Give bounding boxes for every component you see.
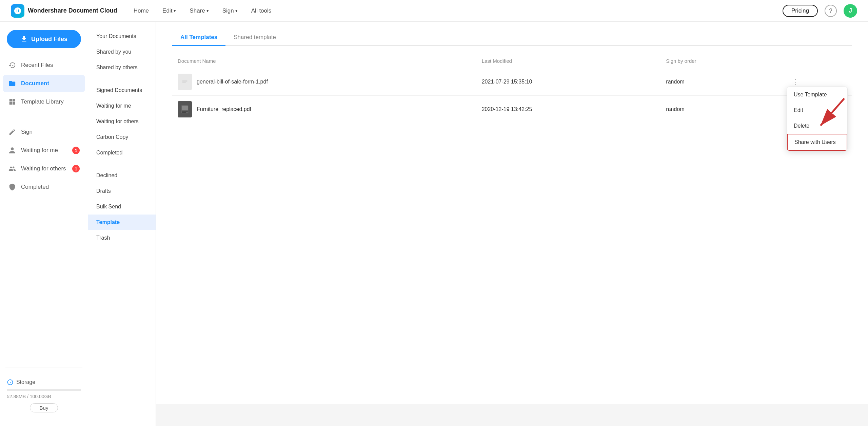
tab-all-templates[interactable]: All Templates	[172, 30, 225, 46]
second-nav-your-documents[interactable]: Your Documents	[88, 29, 156, 44]
logo-icon	[11, 4, 24, 18]
waiting-for-others-badge: 1	[72, 165, 80, 172]
second-nav-divider-1	[94, 79, 150, 79]
buy-button[interactable]: Buy	[30, 403, 58, 412]
sidebar-divider-2	[5, 368, 82, 368]
help-button[interactable]: ?	[825, 5, 837, 17]
shield-icon	[8, 183, 16, 191]
main-content: Template All Templates Shared template D…	[156, 0, 868, 404]
grid-icon	[8, 98, 16, 106]
more-button-1[interactable]: ⋮	[790, 77, 801, 87]
second-nav-bulk-send[interactable]: Bulk Send	[88, 199, 156, 215]
sidebar-item-template-library[interactable]: Template Library	[3, 93, 85, 111]
context-menu: Use Template Edit Delete Share with User…	[787, 87, 848, 151]
storage-bar	[7, 389, 81, 391]
second-sidebar: Your Documents Shared by you Shared by o…	[88, 22, 156, 426]
file-icon-1	[178, 74, 192, 90]
second-nav-trash[interactable]: Trash	[88, 230, 156, 246]
storage-label: Storage	[7, 379, 81, 386]
table-row: general-bill-of-sale-form-1.pdf 2021-07-…	[172, 68, 852, 96]
nav-share[interactable]: Share	[190, 7, 209, 14]
context-menu-use-template[interactable]: Use Template	[787, 87, 847, 103]
svg-rect-3	[182, 82, 186, 82]
sidebar-item-sign[interactable]: Sign	[3, 123, 85, 141]
person-icon	[8, 146, 16, 154]
svg-rect-5	[182, 106, 188, 111]
upload-button[interactable]: Upload Files	[7, 30, 81, 48]
second-nav-carbon-copy[interactable]: Carbon Copy	[88, 129, 156, 145]
nav-links: Home Edit Share Sign All tools	[134, 7, 766, 14]
logo-text: Wondershare Document Cloud	[28, 7, 117, 14]
sidebar-item-document[interactable]: Document	[3, 75, 85, 92]
col-last-modified: Last Modified	[476, 54, 661, 68]
second-nav-declined[interactable]: Declined	[88, 168, 156, 183]
pen-icon	[8, 128, 16, 136]
sidebar-item-waiting-for-me[interactable]: Waiting for me 1	[3, 142, 85, 159]
second-nav-completed[interactable]: Completed	[88, 145, 156, 161]
svg-rect-7	[182, 112, 186, 113]
storage-text: 52.88MB / 100.00GB	[7, 394, 81, 399]
sidebar-item-recent-files[interactable]: Recent Files	[3, 56, 85, 74]
folder-icon	[8, 79, 16, 88]
file-cell-1: general-bill-of-sale-form-1.pdf	[178, 74, 471, 90]
second-nav-shared-by-you[interactable]: Shared by you	[88, 44, 156, 60]
nav-edit[interactable]: Edit	[162, 7, 176, 14]
top-navigation: Wondershare Document Cloud Home Edit Sha…	[0, 0, 868, 22]
document-table: Document Name Last Modified Sign by orde…	[172, 54, 852, 123]
file-cell-2: Furniture_replaced.pdf	[178, 101, 471, 117]
second-nav-template[interactable]: Template	[88, 215, 156, 230]
nav-right: Pricing ? J	[783, 4, 857, 18]
file-name-2: Furniture_replaced.pdf	[197, 106, 251, 112]
upload-icon	[20, 35, 28, 43]
storage-icon	[7, 379, 14, 386]
file-icon-2	[178, 101, 192, 117]
file-sign-order-1: random	[660, 68, 784, 96]
nav-sign[interactable]: Sign	[222, 7, 238, 14]
file-modified-1: 2021-07-29 15:35:10	[476, 68, 661, 96]
waiting-for-me-badge: 1	[72, 147, 80, 154]
table-row: Furniture_replaced.pdf 2020-12-19 13:42:…	[172, 96, 852, 123]
second-nav-drafts[interactable]: Drafts	[88, 183, 156, 199]
nav-all-tools[interactable]: All tools	[251, 7, 272, 14]
sidebar-divider-1	[8, 117, 80, 117]
svg-rect-2	[182, 81, 188, 81]
clock-icon	[8, 61, 16, 69]
svg-rect-1	[182, 80, 188, 80]
sidebar-item-completed[interactable]: Completed	[3, 178, 85, 196]
context-menu-edit[interactable]: Edit	[787, 103, 847, 118]
left-sidebar: Upload Files Recent Files Document Templ…	[0, 22, 88, 426]
second-nav-signed-documents[interactable]: Signed Documents	[88, 82, 156, 98]
sidebar-nav: Recent Files Document Template Library S…	[0, 56, 88, 196]
tab-bar: All Templates Shared template	[172, 30, 852, 46]
avatar[interactable]: J	[844, 4, 857, 18]
people-icon	[8, 165, 16, 173]
col-sign-by-order: Sign by order	[660, 54, 784, 68]
second-nav-divider-2	[94, 164, 150, 164]
nav-home[interactable]: Home	[134, 7, 149, 14]
context-menu-delete[interactable]: Delete	[787, 118, 847, 134]
tab-shared-template[interactable]: Shared template	[225, 30, 284, 46]
storage-section: Storage 52.88MB / 100.00GB Buy	[0, 373, 88, 418]
sidebar-item-waiting-for-others[interactable]: Waiting for others 1	[3, 160, 85, 178]
file-name-1: general-bill-of-sale-form-1.pdf	[197, 79, 268, 85]
file-sign-order-2: random	[660, 96, 784, 123]
second-nav-waiting-for-others[interactable]: Waiting for others	[88, 114, 156, 129]
pricing-button[interactable]: Pricing	[783, 5, 818, 17]
context-menu-share-with-users[interactable]: Share with Users	[787, 134, 847, 151]
second-nav-shared-by-others[interactable]: Shared by others	[88, 60, 156, 75]
logo[interactable]: Wondershare Document Cloud	[11, 4, 117, 18]
second-nav-waiting-for-me[interactable]: Waiting for me	[88, 98, 156, 114]
svg-rect-6	[182, 111, 188, 112]
file-modified-2: 2020-12-19 13:42:25	[476, 96, 661, 123]
col-document-name: Document Name	[172, 54, 476, 68]
